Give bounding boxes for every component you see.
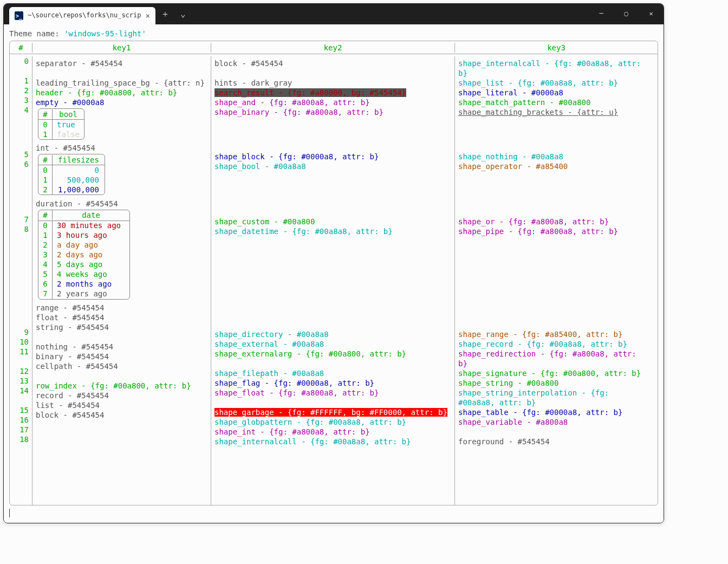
- sub-num: 2: [38, 240, 53, 250]
- cell: range - #545454: [36, 303, 207, 313]
- tab-dropdown[interactable]: ⌄: [175, 4, 191, 24]
- theme-value: 'windows-95-light': [64, 29, 146, 38]
- row-num: 0: [10, 56, 32, 66]
- cell: string - #545454: [36, 322, 207, 332]
- minimize-button[interactable]: ─: [589, 4, 614, 24]
- subhdr-key: filesizes: [53, 155, 105, 165]
- row-num: 1: [10, 76, 32, 86]
- cell: shape_globpattern - {fg: #00a8a8, attr: …: [214, 417, 451, 427]
- cell: b}: [458, 68, 654, 78]
- row-num: 12: [10, 366, 32, 376]
- new-tab-button[interactable]: ＋: [155, 4, 175, 24]
- sub-num: 7: [38, 289, 53, 299]
- filesize-subtable: #filesizes 00 1500,000 21,000,000: [38, 154, 105, 195]
- theme-label: Theme name:: [9, 29, 60, 38]
- row-numbers: 0 1 2 3 4 5 6 7 8 9 10 11: [10, 56, 32, 505]
- subhdr-key: date: [53, 210, 129, 220]
- sub-num: 1: [38, 175, 53, 185]
- sub-val: false: [53, 129, 84, 139]
- sub-row: 32 days ago: [38, 250, 129, 260]
- row-num: 8: [10, 224, 32, 234]
- sub-num: 1: [38, 129, 53, 139]
- tab-active[interactable]: >_ ~\source\repos\forks\nu_scrip ×: [9, 7, 155, 24]
- subhdr-num: #: [38, 210, 53, 220]
- cell: shape_string - #00a800: [458, 378, 654, 388]
- tab-title: ~\source\repos\forks\nu_scrip: [28, 11, 141, 20]
- row-num: 13: [10, 376, 32, 386]
- sub-val: a day ago: [53, 240, 129, 250]
- row-num: 14: [10, 386, 32, 396]
- cell: shape_internalcall - {fg: #00a8a8, attr:…: [214, 437, 451, 446]
- maximize-button[interactable]: ▢: [614, 4, 639, 24]
- cell: row_index - {fg: #00a800, attr: b}: [36, 381, 207, 391]
- sub-num: 1: [38, 230, 53, 240]
- cell: block - #545454: [214, 59, 451, 68]
- row-num: 10: [10, 337, 32, 347]
- cell: foreground - #545454: [458, 437, 654, 446]
- sub-row: 72 years ago: [38, 289, 129, 299]
- cell: shape_datetime - {fg: #00a8a8, attr: b}: [214, 226, 451, 236]
- sub-val: 2 years ago: [53, 289, 129, 299]
- sub-val: 4 weeks ago: [53, 269, 129, 279]
- cell: list - #545454: [36, 400, 207, 410]
- window-controls: ─ ▢ ✕: [589, 4, 664, 24]
- cell: binary - #545454: [36, 352, 207, 361]
- sub-val: 500,000: [53, 175, 105, 185]
- close-button[interactable]: ✕: [639, 4, 664, 24]
- cell: shape_record - {fg: #00a8a8, attr: b}: [458, 339, 654, 349]
- cell: shape_variable - #a800a8: [458, 417, 654, 427]
- cell: duration - #545454: [36, 199, 207, 209]
- header-key2: key2: [211, 43, 455, 53]
- terminal-body[interactable]: Theme name: 'windows-95-light' # key1 ke…: [4, 24, 664, 523]
- sub-val: 0: [53, 165, 105, 175]
- theme-table: # key1 key2 key3 0 1 2 3 4 5 6: [9, 41, 658, 505]
- sub-row: 030 minutes ago: [38, 221, 129, 231]
- sub-num: 3: [38, 250, 53, 260]
- cell: shape_signature - {fg: #00a800, attr: b}: [458, 368, 654, 378]
- cell: #00a8a8, attr: b}: [458, 398, 654, 407]
- cell: shape_external - #00a8a8: [214, 339, 451, 349]
- subhdr-num: #: [38, 109, 53, 119]
- sub-row: 54 weeks ago: [38, 270, 129, 280]
- col-key1: separator - #545454 leading_trailing_spa…: [32, 56, 211, 505]
- cell: shape_externalarg - {fg: #00a800, attr: …: [214, 349, 451, 359]
- sub-val: 2 days ago: [53, 250, 129, 260]
- sub-row: 45 days ago: [38, 260, 129, 270]
- cell: shape_and - {fg: #a800a8, attr: b}: [214, 98, 451, 107]
- cell: shape_filepath - #00a8a8: [214, 368, 451, 378]
- sub-val: 3 hours ago: [53, 230, 129, 240]
- cell: shape_int - {fg: #a800a8, attr: b}: [214, 427, 451, 437]
- date-subtable: #date 030 minutes ago13 hours ago2a day …: [38, 210, 130, 300]
- titlebar: >_ ~\source\repos\forks\nu_scrip × ＋ ⌄ ─…: [4, 4, 664, 24]
- row-num: 18: [10, 435, 32, 444]
- close-icon[interactable]: ×: [146, 11, 150, 21]
- sub-num: 0: [38, 165, 53, 175]
- theme-header: Theme name: 'windows-95-light': [9, 29, 658, 38]
- sub-row: 13 hours ago: [38, 231, 129, 241]
- sub-val: 30 minutes ago: [53, 221, 129, 230]
- header-key3: key3: [455, 43, 658, 53]
- bool-subtable: #bool 0true 1false: [38, 108, 84, 140]
- header-num: #: [10, 43, 32, 53]
- cell: shape_redirection - {fg: #a800a8, attr:: [458, 349, 654, 359]
- cell: shape_string_interpolation - {fg:: [458, 388, 654, 398]
- cursor: [9, 509, 10, 517]
- subhdr-num: #: [38, 155, 53, 165]
- sub-row: 62 months ago: [38, 280, 129, 289]
- sub-num: 0: [38, 120, 53, 129]
- row-num: 9: [10, 327, 32, 337]
- row-num: 3: [10, 95, 32, 105]
- cell-search-result: search_result - {fg: #a80000, bg: #54545…: [214, 88, 406, 97]
- row-num: 15: [10, 405, 32, 415]
- cell: record - #545454: [36, 391, 207, 400]
- header-key1: key1: [32, 43, 211, 53]
- sub-num: 2: [38, 185, 53, 195]
- sub-num: 5: [38, 269, 53, 279]
- terminal-window: >_ ~\source\repos\forks\nu_scrip × ＋ ⌄ ─…: [3, 3, 664, 523]
- cell-garbage: shape_garbage - {fg: #FFFFFF, bg: #FF000…: [214, 408, 447, 417]
- cell: block - #545454: [36, 410, 207, 420]
- subhdr-key: bool: [53, 109, 84, 119]
- cell: hints - dark_gray: [214, 78, 451, 88]
- row-num: 17: [10, 425, 32, 435]
- cell: shape_list - {fg: #00a8a8, attr: b}: [458, 78, 654, 88]
